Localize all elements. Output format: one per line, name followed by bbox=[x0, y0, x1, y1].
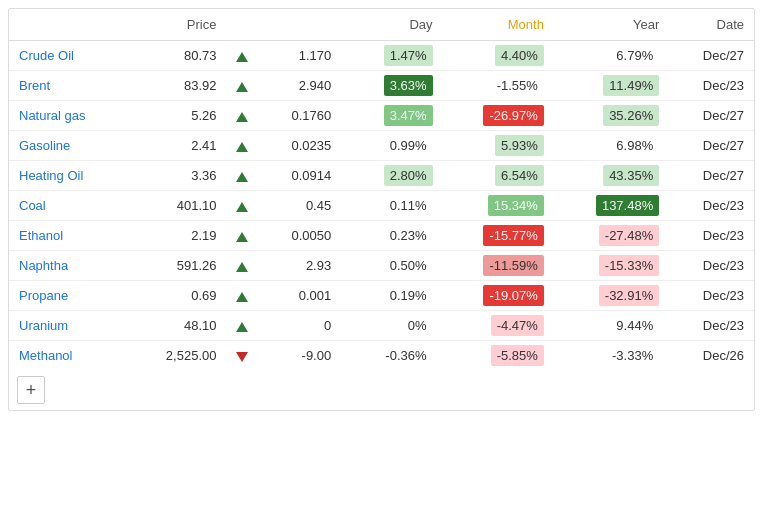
cell-price: 0.69 bbox=[129, 281, 227, 311]
arrow-up-icon bbox=[236, 322, 248, 332]
cell-direction bbox=[226, 251, 258, 281]
cell-commodity-name[interactable]: Gasoline bbox=[9, 131, 129, 161]
cell-direction bbox=[226, 281, 258, 311]
cell-date: Dec/23 bbox=[669, 281, 754, 311]
cell-date: Dec/27 bbox=[669, 101, 754, 131]
cell-price: 83.92 bbox=[129, 71, 227, 101]
cell-price: 5.26 bbox=[129, 101, 227, 131]
cell-year: 43.35% bbox=[554, 161, 669, 191]
cell-day: 0.50% bbox=[341, 251, 442, 281]
cell-date: Dec/23 bbox=[669, 71, 754, 101]
cell-direction bbox=[226, 161, 258, 191]
table-row: Uranium48.1000%-4.47%9.44%Dec/23 bbox=[9, 311, 754, 341]
cell-day: 0.19% bbox=[341, 281, 442, 311]
table-row: Natural gas5.260.17603.47%-26.97%35.26%D… bbox=[9, 101, 754, 131]
cell-price: 80.73 bbox=[129, 41, 227, 71]
cell-year: -3.33% bbox=[554, 341, 669, 371]
cell-commodity-name[interactable]: Propane bbox=[9, 281, 129, 311]
arrow-down-icon bbox=[236, 352, 248, 362]
arrow-up-icon bbox=[236, 292, 248, 302]
cell-direction bbox=[226, 191, 258, 221]
cell-price: 3.36 bbox=[129, 161, 227, 191]
table-row: Methanol2,525.00-9.00-0.36%-5.85%-3.33%D… bbox=[9, 341, 754, 371]
arrow-up-icon bbox=[236, 52, 248, 62]
cell-commodity-name[interactable]: Natural gas bbox=[9, 101, 129, 131]
col-header-day: Day bbox=[341, 9, 442, 41]
col-header-change bbox=[258, 9, 341, 41]
table-row: Ethanol2.190.00500.23%-15.77%-27.48%Dec/… bbox=[9, 221, 754, 251]
cell-price: 2.41 bbox=[129, 131, 227, 161]
cell-day: 0.99% bbox=[341, 131, 442, 161]
cell-month: -15.77% bbox=[443, 221, 554, 251]
col-header-name bbox=[9, 9, 129, 41]
cell-price: 2.19 bbox=[129, 221, 227, 251]
cell-date: Dec/27 bbox=[669, 161, 754, 191]
arrow-up-icon bbox=[236, 202, 248, 212]
arrow-up-icon bbox=[236, 142, 248, 152]
table-row: Naphtha591.262.930.50%-11.59%-15.33%Dec/… bbox=[9, 251, 754, 281]
cell-date: Dec/23 bbox=[669, 251, 754, 281]
cell-month: 5.93% bbox=[443, 131, 554, 161]
table-row: Crude Oil80.731.1701.47%4.40%6.79%Dec/27 bbox=[9, 41, 754, 71]
col-header-year: Year bbox=[554, 9, 669, 41]
cell-direction bbox=[226, 341, 258, 371]
cell-change: 0.001 bbox=[258, 281, 341, 311]
cell-commodity-name[interactable]: Uranium bbox=[9, 311, 129, 341]
cell-change: 0.0235 bbox=[258, 131, 341, 161]
add-row-button[interactable]: + bbox=[17, 376, 45, 404]
cell-direction bbox=[226, 311, 258, 341]
cell-direction bbox=[226, 71, 258, 101]
cell-date: Dec/23 bbox=[669, 311, 754, 341]
cell-change: 2.940 bbox=[258, 71, 341, 101]
cell-year: 6.79% bbox=[554, 41, 669, 71]
cell-year: -27.48% bbox=[554, 221, 669, 251]
cell-month: -1.55% bbox=[443, 71, 554, 101]
cell-month: -4.47% bbox=[443, 311, 554, 341]
cell-year: 35.26% bbox=[554, 101, 669, 131]
table-row: Brent83.922.9403.63%-1.55%11.49%Dec/23 bbox=[9, 71, 754, 101]
cell-month: 6.54% bbox=[443, 161, 554, 191]
table-header-row: Price Day Month Year Date bbox=[9, 9, 754, 41]
table-row: Heating Oil3.360.09142.80%6.54%43.35%Dec… bbox=[9, 161, 754, 191]
cell-commodity-name[interactable]: Methanol bbox=[9, 341, 129, 371]
cell-commodity-name[interactable]: Coal bbox=[9, 191, 129, 221]
cell-date: Dec/27 bbox=[669, 41, 754, 71]
cell-month: -26.97% bbox=[443, 101, 554, 131]
cell-commodity-name[interactable]: Heating Oil bbox=[9, 161, 129, 191]
cell-commodity-name[interactable]: Naphtha bbox=[9, 251, 129, 281]
cell-day: 1.47% bbox=[341, 41, 442, 71]
col-header-month: Month bbox=[443, 9, 554, 41]
commodities-table-container: Price Day Month Year Date Crude Oil80.73… bbox=[8, 8, 755, 411]
cell-month: -19.07% bbox=[443, 281, 554, 311]
cell-date: Dec/26 bbox=[669, 341, 754, 371]
arrow-up-icon bbox=[236, 232, 248, 242]
cell-change: 0.45 bbox=[258, 191, 341, 221]
cell-commodity-name[interactable]: Ethanol bbox=[9, 221, 129, 251]
cell-day: 0% bbox=[341, 311, 442, 341]
cell-price: 2,525.00 bbox=[129, 341, 227, 371]
cell-day: 3.63% bbox=[341, 71, 442, 101]
table-row: Propane0.690.0010.19%-19.07%-32.91%Dec/2… bbox=[9, 281, 754, 311]
cell-year: -15.33% bbox=[554, 251, 669, 281]
cell-change: 0.0050 bbox=[258, 221, 341, 251]
arrow-up-icon bbox=[236, 262, 248, 272]
table-row: Coal401.100.450.11%15.34%137.48%Dec/23 bbox=[9, 191, 754, 221]
cell-year: -32.91% bbox=[554, 281, 669, 311]
cell-price: 591.26 bbox=[129, 251, 227, 281]
cell-change: 1.170 bbox=[258, 41, 341, 71]
cell-change: 0.1760 bbox=[258, 101, 341, 131]
cell-date: Dec/23 bbox=[669, 221, 754, 251]
cell-direction bbox=[226, 41, 258, 71]
cell-year: 11.49% bbox=[554, 71, 669, 101]
cell-month: 15.34% bbox=[443, 191, 554, 221]
cell-commodity-name[interactable]: Crude Oil bbox=[9, 41, 129, 71]
cell-change: 0.0914 bbox=[258, 161, 341, 191]
table-row: Gasoline2.410.02350.99%5.93%6.98%Dec/27 bbox=[9, 131, 754, 161]
cell-month: -11.59% bbox=[443, 251, 554, 281]
cell-commodity-name[interactable]: Brent bbox=[9, 71, 129, 101]
cell-direction bbox=[226, 101, 258, 131]
cell-price: 48.10 bbox=[129, 311, 227, 341]
cell-day: 3.47% bbox=[341, 101, 442, 131]
cell-change: 0 bbox=[258, 311, 341, 341]
cell-year: 9.44% bbox=[554, 311, 669, 341]
